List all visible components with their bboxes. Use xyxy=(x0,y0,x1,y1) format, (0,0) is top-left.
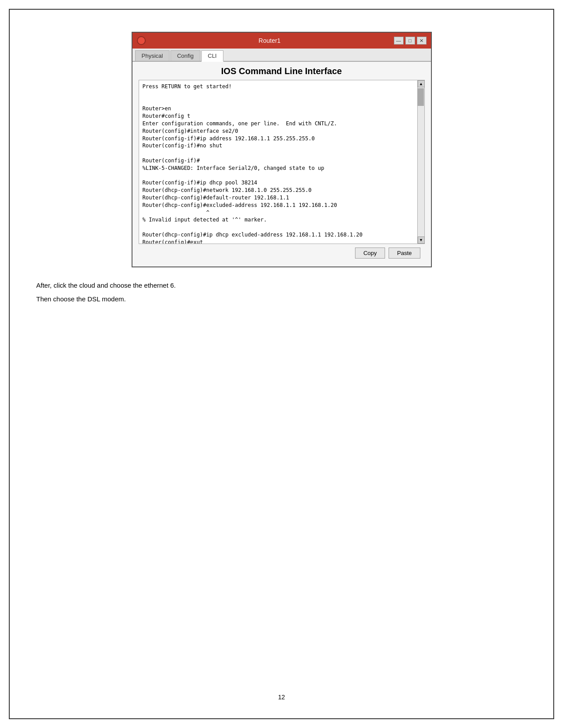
cli-scrollbar: ▲ ▼ xyxy=(417,80,424,244)
page-content: Router1 — □ ✕ Physical Config CLI IOS Co… xyxy=(10,10,553,330)
scroll-thumb[interactable] xyxy=(418,88,424,106)
window-titlebar: Router1 — □ ✕ xyxy=(132,33,431,49)
copy-button[interactable]: Copy xyxy=(355,248,385,259)
paste-button[interactable]: Paste xyxy=(389,248,420,259)
tab-config[interactable]: Config xyxy=(170,50,200,61)
paragraph-2: Then choose the DSL modem. xyxy=(36,294,527,304)
close-button[interactable]: ✕ xyxy=(417,37,427,45)
router-icon xyxy=(137,36,146,45)
minimize-button[interactable]: — xyxy=(394,37,404,45)
window-tabs: Physical Config CLI xyxy=(132,49,431,62)
scroll-down-arrow[interactable]: ▼ xyxy=(418,236,425,244)
scroll-up-arrow[interactable]: ▲ xyxy=(418,80,425,87)
cli-bottom-bar: Copy Paste xyxy=(139,244,425,262)
cli-heading: IOS Command Line Interface xyxy=(139,66,425,76)
tab-cli[interactable]: CLI xyxy=(201,50,223,62)
paragraph-1: After, click the cloud and choose the et… xyxy=(36,281,527,291)
window-body: IOS Command Line Interface Press RETURN … xyxy=(132,62,431,266)
window-title: Router1 xyxy=(146,37,394,44)
tab-physical[interactable]: Physical xyxy=(135,50,170,61)
router-window: Router1 — □ ✕ Physical Config CLI IOS Co… xyxy=(132,32,432,267)
page-number: 12 xyxy=(10,694,553,701)
page-border: Router1 — □ ✕ Physical Config CLI IOS Co… xyxy=(9,9,554,719)
cli-terminal[interactable]: Press RETURN to get started! Router>en R… xyxy=(139,80,417,244)
terminal-output: Press RETURN to get started! Router>en R… xyxy=(143,83,414,244)
maximize-button[interactable]: □ xyxy=(405,37,415,45)
window-controls: — □ ✕ xyxy=(394,37,427,45)
